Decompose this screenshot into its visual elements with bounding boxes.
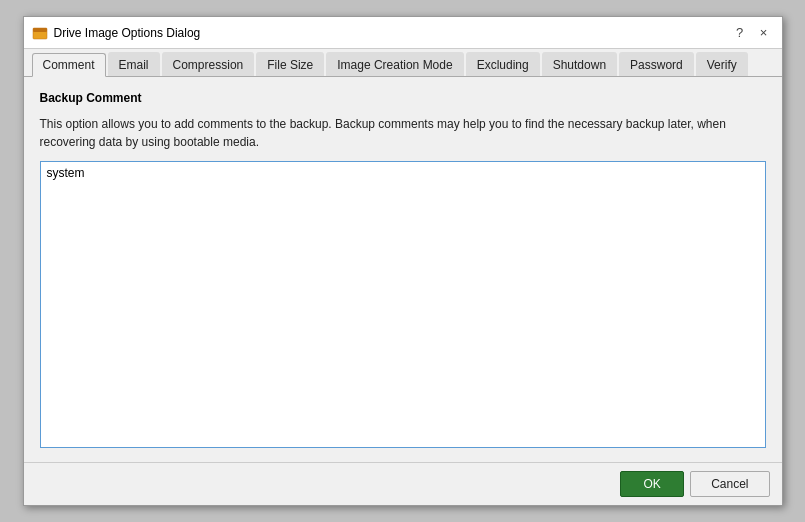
dialog-title: Drive Image Options Dialog (54, 26, 730, 40)
tab-email[interactable]: Email (108, 52, 160, 76)
tab-bar: Comment Email Compression File Size Imag… (24, 49, 782, 77)
cancel-button[interactable]: Cancel (690, 471, 769, 497)
title-bar-controls: ? × (730, 23, 774, 43)
dialog-icon (32, 25, 48, 41)
ok-button[interactable]: OK (620, 471, 684, 497)
tab-password[interactable]: Password (619, 52, 694, 76)
help-button[interactable]: ? (730, 23, 750, 43)
comment-textarea[interactable] (40, 161, 766, 448)
drive-image-options-dialog: Drive Image Options Dialog ? × Comment E… (23, 16, 783, 506)
svg-rect-1 (33, 28, 47, 32)
tab-image-creation-mode[interactable]: Image Creation Mode (326, 52, 463, 76)
tab-shutdown[interactable]: Shutdown (542, 52, 617, 76)
footer: OK Cancel (24, 462, 782, 505)
description-text: This option allows you to add comments t… (40, 115, 766, 151)
section-title: Backup Comment (40, 91, 766, 105)
title-bar: Drive Image Options Dialog ? × (24, 17, 782, 49)
tab-compression[interactable]: Compression (162, 52, 255, 76)
tab-content: Backup Comment This option allows you to… (24, 77, 782, 462)
tab-excluding[interactable]: Excluding (466, 52, 540, 76)
tab-verify[interactable]: Verify (696, 52, 748, 76)
close-button[interactable]: × (754, 23, 774, 43)
tab-comment[interactable]: Comment (32, 53, 106, 77)
tab-file-size[interactable]: File Size (256, 52, 324, 76)
